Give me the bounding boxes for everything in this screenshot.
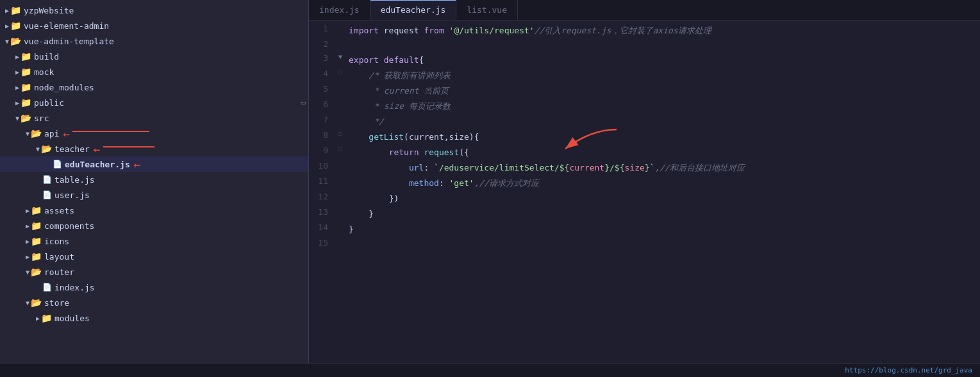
code-line-5: 5 * current 当前页 (309, 83, 980, 99)
folder-icon: 📁 (31, 236, 42, 246)
sidebar-item-label: yzpWebsite (24, 6, 74, 15)
annotation-line (72, 131, 149, 132)
code-line-12: 12 }) (309, 191, 980, 206)
folder-icon: 📁 (41, 313, 52, 323)
sidebar-item-teacher[interactable]: ▼ 📂 teacher ← (0, 141, 308, 156)
sidebar-item-label: vue-admin-template (24, 37, 114, 46)
sidebar-item-label: components (44, 221, 94, 231)
annotation-line (103, 146, 154, 147)
line-number: 1 (309, 24, 336, 33)
sidebar-item-label: icons (44, 237, 69, 246)
code-editor[interactable]: 1 import request from '@/utils/request'/… (309, 21, 980, 363)
code-content: import request from '@/utils/request'//引… (345, 24, 980, 38)
folder-icon: 📁 (21, 97, 31, 108)
sidebar-item-label: modules (54, 314, 90, 323)
sidebar-item-public[interactable]: ▶ 📁 public ▭ (0, 95, 308, 110)
line-number: 14 (309, 222, 336, 232)
code-line-10: 10 url: `/eduservice/limitSelect/${curre… (309, 160, 980, 176)
code-line-8: 8 □ getList(current,size){ (309, 130, 980, 145)
code-line-4: 4 □ /* 获取所有讲师列表 (309, 68, 980, 83)
sidebar-item-user-js[interactable]: 📄 user.js (0, 187, 308, 203)
folder-open-icon: 📂 (21, 113, 31, 123)
fold-icon: ▼ (336, 53, 345, 60)
js-file-icon: 📄 (53, 160, 62, 169)
tabs-bar: index.js eduTeacher.js list.vue (309, 0, 980, 21)
folder-icon: 📁 (31, 251, 42, 262)
sidebar-item-node-modules[interactable]: ▶ 📁 node_modules (0, 80, 308, 95)
sidebar-item-mock[interactable]: ▶ 📁 mock (0, 64, 308, 80)
sidebar-item-router[interactable]: ▼ 📂 router (0, 264, 308, 280)
chevron-right-icon: ▶ (26, 253, 29, 260)
file-count-badge: ▭ (301, 98, 306, 107)
folder-icon: 📁 (21, 67, 31, 77)
code-content: getList(current,size){ (345, 130, 980, 144)
code-line-11: 11 method: 'get',//请求方式对应 (309, 176, 980, 191)
chevron-right-icon: ▶ (26, 238, 29, 245)
editor-area: index.js eduTeacher.js list.vue (309, 0, 980, 363)
code-content: /* 获取所有讲师列表 (345, 69, 980, 83)
code-line-3: 3 ▼ export default{ (309, 53, 980, 68)
line-number: 3 (309, 53, 336, 63)
folder-open-icon: 📂 (31, 297, 42, 308)
chevron-right-icon: ▶ (26, 222, 29, 230)
sidebar-item-vue-admin-template[interactable]: ▼ 📂 vue-admin-template (0, 33, 308, 49)
line-number: 5 (309, 84, 336, 94)
code-content: export default{ (345, 53, 980, 67)
js-file-icon: 📄 (42, 190, 52, 199)
folder-open-icon: 📂 (31, 267, 42, 277)
line-number: 4 (309, 69, 336, 78)
folder-icon: 📁 (31, 205, 42, 215)
line-number: 13 (309, 207, 336, 217)
chevron-down-icon: ▼ (15, 115, 19, 122)
code-line-9: 9 □ return request({ (309, 145, 980, 160)
chevron-right-icon: ▶ (15, 53, 19, 60)
sidebar-item-api[interactable]: ▼ 📂 api ← (0, 126, 308, 141)
line-number: 10 (309, 161, 336, 171)
folder-icon: 📁 (10, 21, 21, 31)
sidebar-item-layout[interactable]: ▶ 📁 layout (0, 249, 308, 264)
sidebar-item-yzpWebsite[interactable]: ▶ 📁 yzpWebsite (0, 3, 308, 18)
chevron-right-icon: ▶ (5, 7, 9, 14)
sidebar-item-store[interactable]: ▼ 📂 store (0, 295, 308, 310)
line-number: 2 (309, 39, 336, 49)
fold-icon: □ (336, 146, 345, 152)
tab-label: list.vue (467, 5, 507, 15)
sidebar-item-label: node_modules (34, 83, 94, 92)
sidebar-item-src[interactable]: ▼ 📂 src (0, 110, 308, 126)
code-line-13: 13 } (309, 206, 980, 222)
sidebar-item-icons[interactable]: ▶ 📁 icons (0, 233, 308, 249)
tab-label: index.js (319, 5, 360, 15)
chevron-down-icon: ▼ (5, 38, 9, 45)
sidebar-item-modules[interactable]: ▶ 📁 modules (0, 310, 308, 326)
sidebar-item-label: public (34, 98, 64, 108)
sidebar-item-label: layout (44, 252, 74, 262)
chevron-right-icon: ▶ (15, 69, 19, 76)
sidebar-item-router-index-js[interactable]: 📄 index.js (0, 280, 308, 295)
code-content: url: `/eduservice/limitSelect/${current}… (345, 161, 980, 175)
folder-open-icon: 📂 (41, 144, 52, 154)
code-line-14: 14 } (309, 222, 980, 237)
sidebar-item-vue-element-admin[interactable]: ▶ 📁 vue-element-admin (0, 18, 308, 33)
code-content: * current 当前页 (345, 84, 980, 98)
folder-icon: 📁 (21, 82, 31, 92)
sidebar-item-assets[interactable]: ▶ 📁 assets (0, 203, 308, 218)
footer-url: https://blog.csdn.net/grd_java (845, 366, 972, 374)
sidebar-item-components[interactable]: ▶ 📁 components (0, 218, 308, 233)
code-content: */ (345, 115, 980, 129)
sidebar-item-table-js[interactable]: 📄 table.js (0, 172, 308, 187)
code-content: }) (345, 192, 980, 206)
folder-icon: 📁 (31, 221, 42, 231)
code-content: } (345, 222, 980, 237)
tab-index-js[interactable]: index.js (309, 0, 370, 20)
line-number: 6 (309, 99, 336, 109)
annotation-arrow: ← (94, 142, 101, 156)
file-explorer[interactable]: ▶ 📁 yzpWebsite ▶ 📁 vue-element-admin ▼ 📂… (0, 0, 309, 363)
sidebar-item-eduTeacher-js[interactable]: 📄 eduTeacher.js ← (0, 156, 308, 172)
tab-list-vue[interactable]: list.vue (456, 0, 518, 20)
sidebar-item-build[interactable]: ▶ 📁 build (0, 49, 308, 64)
tab-eduTeacher-js[interactable]: eduTeacher.js (370, 0, 457, 20)
code-line-7: 7 */ (309, 114, 980, 130)
line-number: 15 (309, 238, 336, 247)
js-file-icon: 📄 (42, 175, 52, 184)
chevron-right-icon: ▶ (15, 84, 19, 91)
